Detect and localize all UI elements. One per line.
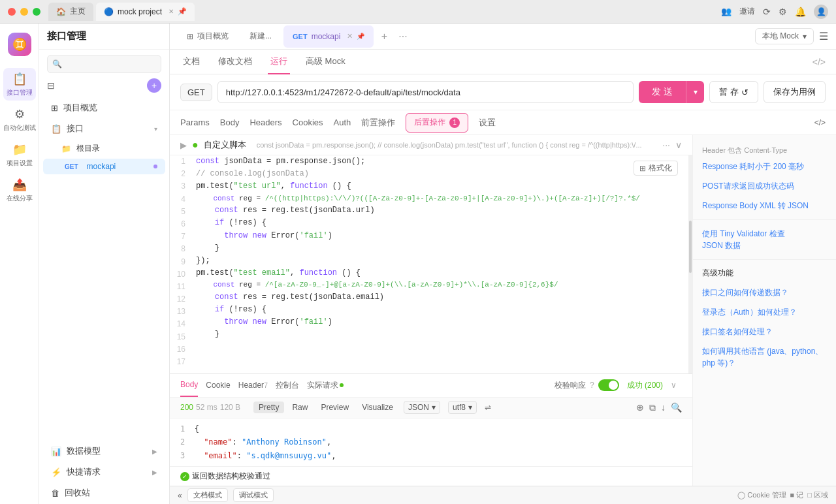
sidebar-item-online-share[interactable]: 📤 在线分享: [3, 174, 36, 206]
hint-item-2[interactable]: POST请求返回成功状态码: [693, 176, 836, 196]
more-tabs-button[interactable]: ···: [394, 31, 411, 42]
body-tab[interactable]: Body: [220, 110, 240, 135]
invite-label[interactable]: 邀请: [739, 6, 755, 17]
code-editor-scroll[interactable]: ⊞ 格式化 12345 678910 1112131415 1617: [170, 155, 688, 373]
quick-request-arrow-icon: ▶: [152, 469, 157, 476]
hint-item-3[interactable]: Response Body XML 转 JSON: [693, 196, 836, 215]
syntax-selector[interactable]: JSON ▾: [404, 401, 440, 414]
record-label[interactable]: ■ 记: [790, 490, 804, 500]
settings-tab[interactable]: 设置: [479, 110, 496, 135]
tab-modify-doc[interactable]: 修改文档: [216, 50, 255, 74]
auth-tab[interactable]: Auth: [334, 110, 351, 135]
resp-tab-actual-request[interactable]: 实际请求: [307, 373, 344, 397]
nav-item-quick-request[interactable]: ⚡ 快捷请求 ▶: [43, 462, 165, 482]
filter-icon[interactable]: ⊟: [47, 80, 55, 91]
save-button[interactable]: 暂 存 ↺: [709, 81, 758, 103]
minimize-button[interactable]: [20, 8, 28, 16]
hint-advanced-1[interactable]: 接口之间如何传递数据？: [693, 283, 836, 302]
region-label[interactable]: □ 区域: [807, 490, 828, 500]
script-collapse-arrow[interactable]: ▶: [180, 140, 187, 150]
post-action-tab-wrap: 后置操作 1: [406, 110, 468, 135]
scroll-thumb[interactable]: [689, 221, 692, 273]
format-button[interactable]: ⊞ 格式化: [634, 161, 678, 176]
search-resp-icon[interactable]: 🔍: [671, 402, 682, 413]
tab-close-btn[interactable]: ✕: [347, 32, 353, 40]
verify-toggle[interactable]: [598, 379, 619, 391]
close-button[interactable]: [8, 8, 16, 16]
bell-icon[interactable]: 🔔: [795, 7, 806, 17]
avatar[interactable]: 👤: [814, 5, 828, 19]
url-input[interactable]: [217, 81, 634, 103]
nav-item-data-model[interactable]: 📊 数据模型 ▶: [43, 441, 165, 461]
wrap-icon[interactable]: ⇌: [485, 403, 491, 412]
format-preview[interactable]: Preview: [315, 402, 354, 413]
nav-item-api-group[interactable]: 📋 接口 ▾: [43, 119, 165, 138]
app-logo[interactable]: ♊: [8, 33, 31, 56]
send-button-group: 发 送 ▾: [639, 81, 704, 103]
sidebar-item-automation[interactable]: ⚙ 自动化测试: [3, 103, 36, 136]
search-input[interactable]: [47, 55, 161, 73]
nav-item-recycle[interactable]: 🗑 回收站: [43, 483, 165, 503]
method-selector[interactable]: GET: [180, 84, 212, 101]
nav-item-project-overview[interactable]: ⊞ 项目概览: [43, 98, 165, 118]
browser-tab-bar: 🏠 主页 🔵 mock project ✕ 📌: [48, 3, 721, 21]
hint-tiny-validator[interactable]: 使用 Tiny Validator 检查JSON 数据: [693, 224, 836, 255]
maximize-button[interactable]: [33, 8, 40, 16]
add-api-button[interactable]: +: [147, 78, 161, 93]
settings-icon[interactable]: ⚙: [779, 7, 787, 17]
tab-new[interactable]: 新建...: [240, 25, 281, 48]
doc-mode-btn[interactable]: 文档模式: [187, 488, 228, 502]
headers-tab[interactable]: Headers: [249, 110, 281, 135]
sidebar-item-project-settings[interactable]: 📁 项目设置: [3, 138, 36, 171]
script-expand-icon[interactable]: ∨: [675, 140, 682, 150]
code-toggle-btn[interactable]: </>: [814, 118, 826, 127]
download-icon[interactable]: ↓: [661, 402, 666, 413]
tab-close-icon[interactable]: ✕: [169, 8, 174, 15]
script-more-icon[interactable]: ···: [662, 140, 670, 150]
refresh-icon[interactable]: ⟳: [763, 7, 771, 17]
send-button[interactable]: 发 送: [639, 81, 686, 103]
resp-tab-header[interactable]: Header 7: [238, 373, 268, 397]
format-raw[interactable]: Raw: [287, 402, 313, 413]
send-dropdown-button[interactable]: ▾: [686, 81, 704, 103]
params-tab[interactable]: Params: [180, 110, 210, 135]
sidebar-item-api-management[interactable]: 📋 接口管理: [3, 68, 36, 101]
nav-item-mockapi[interactable]: GET mockapi: [43, 159, 165, 174]
format-visualize[interactable]: Visualize: [357, 402, 398, 413]
copy-icon[interactable]: ⧉: [649, 402, 656, 413]
tab-mockapi[interactable]: GET mockapi ✕ 📌: [283, 25, 374, 48]
verify-help-icon[interactable]: ?: [590, 381, 594, 390]
tab-project-overview[interactable]: ⊞ 项目概览: [178, 25, 238, 48]
mock-project-tab[interactable]: 🔵 mock project ✕ 📌: [96, 3, 195, 21]
tab-pin-btn[interactable]: 📌: [357, 33, 364, 40]
home-tab[interactable]: 🏠 主页: [48, 3, 93, 21]
resp-tab-cookie[interactable]: Cookie: [206, 373, 230, 397]
save-as-button[interactable]: 保存为用例: [764, 81, 826, 103]
resp-tab-console[interactable]: 控制台: [276, 373, 299, 397]
format-pretty[interactable]: Pretty: [253, 402, 284, 413]
local-mock-toggle[interactable]: 本地 Mock ▾: [755, 28, 814, 44]
tab-doc[interactable]: 文档: [180, 50, 202, 74]
nav-item-root-dir[interactable]: 📁 根目录: [43, 140, 165, 157]
tab-run[interactable]: 运行: [268, 50, 290, 74]
chevron-left-icon[interactable]: «: [178, 491, 182, 500]
cookies-tab[interactable]: Cookies: [293, 110, 323, 135]
extract-icon[interactable]: ⊕: [636, 402, 644, 413]
test-mode-btn[interactable]: 调试模式: [233, 488, 274, 502]
resp-expand-icon[interactable]: ∨: [671, 381, 677, 390]
cookie-manager-label[interactable]: ◯ Cookie 管理: [737, 490, 786, 500]
hint-advanced-2[interactable]: 登录态（Auth）如何处理？: [693, 302, 836, 322]
code-view-icon[interactable]: </>: [812, 57, 826, 67]
tab-advanced-mock[interactable]: 高级 Mock: [303, 50, 348, 74]
encoding-selector[interactable]: utf8 ▾: [448, 401, 477, 414]
tab-pin-icon[interactable]: 📌: [178, 7, 187, 16]
hint-advanced-4[interactable]: 如何调用其他语言 (java、python、php 等)？: [693, 341, 836, 373]
resp-tab-body[interactable]: Body: [180, 373, 198, 397]
hint-advanced-3[interactable]: 接口签名如何处理？: [693, 322, 836, 341]
pre-action-tab[interactable]: 前置操作: [361, 110, 395, 135]
hamburger-menu-icon[interactable]: ☰: [819, 30, 828, 42]
scroll-track[interactable]: [688, 155, 692, 373]
hint-item-1[interactable]: Response 耗时小于 200 毫秒: [693, 157, 836, 176]
add-tab-button[interactable]: +: [376, 29, 392, 44]
post-action-tab[interactable]: 后置操作 1: [406, 113, 468, 133]
